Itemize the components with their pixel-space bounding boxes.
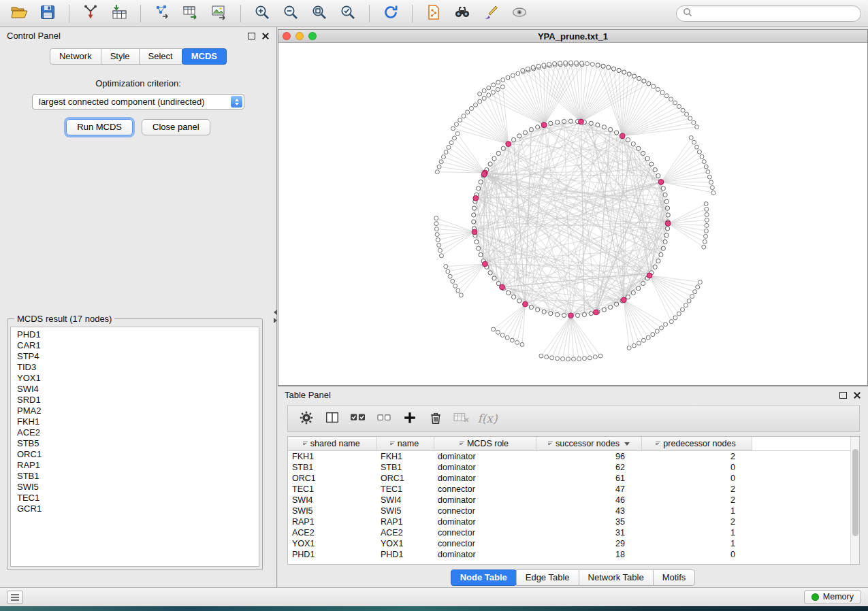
zoom-selected-icon xyxy=(340,4,356,22)
close-panel-icon[interactable] xyxy=(261,32,270,40)
close-table-panel-icon[interactable] xyxy=(853,391,861,399)
zoom-selected-button[interactable] xyxy=(336,3,360,24)
import-table-button[interactable] xyxy=(107,3,131,24)
result-node-SWI5[interactable]: SWI5 xyxy=(17,482,259,493)
table-row-TEC1[interactable]: TEC1TEC1connector472 xyxy=(288,484,850,495)
cell-filler xyxy=(752,484,850,495)
dropdown-stepper-icon xyxy=(231,96,242,108)
refresh-view-button[interactable] xyxy=(379,3,403,24)
maximize-window-icon[interactable] xyxy=(308,32,317,40)
run-mcds-button[interactable]: Run MCDS xyxy=(66,119,133,135)
result-node-FKH1[interactable]: FKH1 xyxy=(17,416,259,427)
table-tab-motifs[interactable]: Motifs xyxy=(653,569,696,586)
table-tab-edge-table[interactable]: Edge Table xyxy=(516,569,579,586)
import-network-button[interactable] xyxy=(78,3,103,24)
tab-select[interactable]: Select xyxy=(139,48,182,65)
open-recent-document-button[interactable] xyxy=(421,3,446,24)
show-columns-button[interactable] xyxy=(321,408,344,429)
cell-name: PHD1 xyxy=(376,549,434,560)
open-file-button[interactable] xyxy=(7,3,31,24)
close-window-icon[interactable] xyxy=(283,32,291,40)
column-header-name[interactable]: name xyxy=(376,437,434,450)
cell-shared_name: SWI4 xyxy=(288,495,376,506)
search-input[interactable] xyxy=(696,8,854,18)
result-node-PMA2[interactable]: PMA2 xyxy=(17,406,259,416)
tab-style[interactable]: Style xyxy=(101,48,140,65)
close-panel-button[interactable]: Close panel xyxy=(142,119,210,135)
tab-mcds[interactable]: MCDS xyxy=(182,48,227,65)
result-node-RAP1[interactable]: RAP1 xyxy=(17,460,259,471)
unselect-all-button[interactable] xyxy=(372,408,396,429)
result-node-TEC1[interactable]: TEC1 xyxy=(17,493,259,503)
apply-style-button[interactable] xyxy=(479,3,503,24)
result-node-STB5[interactable]: STB5 xyxy=(17,438,259,449)
cell-shared_name: PHD1 xyxy=(288,549,376,560)
column-header-shared_name[interactable]: shared name xyxy=(288,437,376,450)
result-node-SWI4[interactable]: SWI4 xyxy=(17,384,259,395)
zoom-fit-button[interactable] xyxy=(307,3,332,24)
result-node-CAR1[interactable]: CAR1 xyxy=(17,340,259,351)
tab-network[interactable]: Network xyxy=(50,48,101,65)
table-scrollbar[interactable] xyxy=(850,437,859,564)
add-column-button[interactable] xyxy=(398,408,421,429)
cell-name: ACE2 xyxy=(376,527,434,538)
toolbar-icons xyxy=(7,3,532,24)
save-session-icon xyxy=(39,4,56,22)
zoom-out-button[interactable] xyxy=(278,3,303,24)
save-session-button[interactable] xyxy=(35,3,60,24)
main-toolbar xyxy=(0,0,868,27)
result-node-SRD1[interactable]: SRD1 xyxy=(17,395,259,406)
table-row-SWI4[interactable]: SWI4SWI4dominator462 xyxy=(288,495,850,506)
network-canvas[interactable] xyxy=(278,43,867,384)
table-row-YOX1[interactable]: YOX1YOX1connector291 xyxy=(288,538,850,549)
network-window-titlebar[interactable]: YPA_prune.txt_1 xyxy=(278,30,867,43)
show-hide-graphics-button[interactable] xyxy=(507,3,532,24)
table-tab-node-table[interactable]: Node Table xyxy=(451,569,517,586)
result-node-TID3[interactable]: TID3 xyxy=(17,362,259,373)
export-table-button[interactable] xyxy=(178,3,203,24)
table-row-ACE2[interactable]: ACE2ACE2connector311 xyxy=(288,527,850,538)
table-tab-network-table[interactable]: Network Table xyxy=(579,569,654,586)
column-header-successor_nodes[interactable]: successor nodes xyxy=(536,437,641,450)
float-panel-icon[interactable] xyxy=(248,33,255,39)
cell-shared_name: STB1 xyxy=(288,462,376,473)
search-box[interactable] xyxy=(676,5,861,22)
result-node-GCR1[interactable]: GCR1 xyxy=(17,503,259,514)
column-header-predecessor_nodes[interactable]: predecessor nodes xyxy=(641,437,752,450)
task-history-button[interactable] xyxy=(7,591,23,604)
result-node-YOX1[interactable]: YOX1 xyxy=(17,373,259,384)
cell-filler xyxy=(752,516,850,527)
result-node-STP4[interactable]: STP4 xyxy=(17,351,259,362)
mcds-result-list[interactable]: PHD1CAR1STP4TID3YOX1SWI4SRD1PMA2FKH1ACE2… xyxy=(10,327,259,567)
select-all-button[interactable] xyxy=(347,408,370,429)
table-row-ORC1[interactable]: ORC1ORC1dominator610 xyxy=(288,473,850,484)
memory-button[interactable]: Memory xyxy=(804,590,861,604)
node-table[interactable]: shared namenameMCDS rolesuccessor nodesp… xyxy=(287,436,860,565)
table-row-FKH1[interactable]: FKH1FKH1dominator962 xyxy=(288,450,850,462)
criterion-dropdown[interactable]: largest connected component (undirected) xyxy=(32,94,244,110)
attribute-settings-button[interactable] xyxy=(295,408,318,429)
export-table-icon xyxy=(182,4,199,22)
result-node-STB1[interactable]: STB1 xyxy=(17,471,259,482)
table-row-SWI5[interactable]: SWI5SWI5connector431 xyxy=(288,506,850,516)
cell-filler xyxy=(752,462,850,473)
show-columns-icon xyxy=(325,410,340,427)
search-network-button[interactable] xyxy=(450,3,475,24)
table-row-STB1[interactable]: STB1STB1dominator620 xyxy=(288,462,850,473)
search-network-icon xyxy=(454,4,470,22)
import-network-icon xyxy=(82,4,99,22)
float-table-panel-icon[interactable] xyxy=(839,392,847,399)
table-scrollbar-thumb[interactable] xyxy=(852,449,858,536)
result-node-ORC1[interactable]: ORC1 xyxy=(17,449,259,460)
result-node-ACE2[interactable]: ACE2 xyxy=(17,427,259,438)
minimize-window-icon[interactable] xyxy=(295,32,304,40)
table-row-PHD1[interactable]: PHD1PHD1dominator180 xyxy=(288,549,850,560)
zoom-in-button[interactable] xyxy=(250,3,274,24)
delete-column-button[interactable] xyxy=(424,408,447,429)
table-row-RAP1[interactable]: RAP1RAP1dominator352 xyxy=(288,516,850,527)
column-label: predecessor nodes xyxy=(663,439,735,448)
export-image-button[interactable] xyxy=(207,3,231,24)
export-network-button[interactable] xyxy=(150,3,174,24)
result-node-PHD1[interactable]: PHD1 xyxy=(17,329,259,340)
column-header-mcds_role[interactable]: MCDS role xyxy=(434,437,536,450)
